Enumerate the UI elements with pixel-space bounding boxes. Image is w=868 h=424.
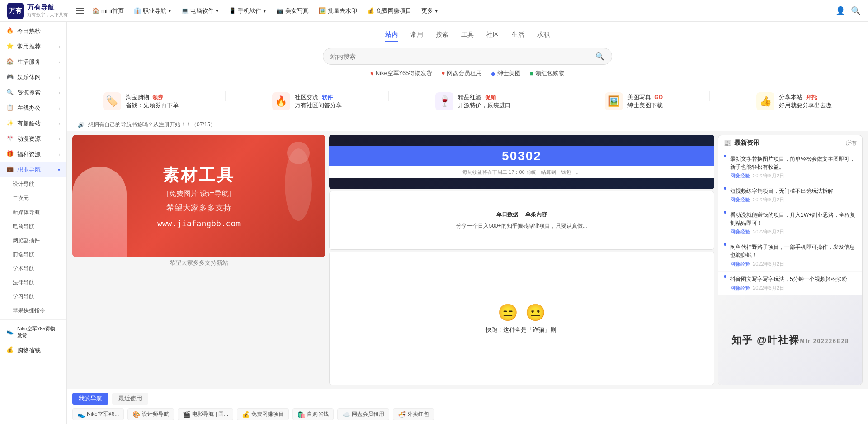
hamburger-menu[interactable] [76,8,84,14]
chevron-right-icon: › [59,44,60,49]
banner-card-community[interactable]: 🔥 社区交流 软件 万有社区问答分享 [267,91,347,112]
sidebar-sub-new-media[interactable]: 新媒体导航 [0,205,66,219]
stat-daily: 单日数据 [496,211,518,219]
sidebar-sub-secondary[interactable]: 二次元 [0,191,66,205]
tab-common[interactable]: 常用 [410,31,423,42]
quick-link-nike[interactable]: ♥ Nike空军¥65得物发货 [370,69,432,77]
wine-title: 精品红酒 促销 [458,93,511,101]
quick-link-coupon[interactable]: ■ 领红包购物 [530,69,565,77]
sidebar-item-life[interactable]: 🏠 生活服务 › [0,54,66,70]
tab-search[interactable]: 搜索 [436,31,448,42]
quick-link-coupon-label: 领红包购物 [535,69,565,77]
nav-beauty[interactable]: 📷 美女写真 [272,4,313,18]
news-item-1-meta: 网赚经验 2022年6月2日 [730,172,857,179]
my-nav-link-nike[interactable]: 👟 Nike空军¥6... [72,408,124,420]
news-item-4[interactable]: 闲鱼代挂野路子项目，一部手机即可操作，发发信息也能赚钱！ 网赚经验 2022年6… [718,239,862,272]
chevron-down-icon-2: ▾ [216,7,219,14]
nav-pc-software[interactable]: 💻 电脑软件 ▾ [177,4,223,18]
banner-card-photo[interactable]: 🖼️ 美图写真 GO 绅士美图下载 [599,91,668,112]
sidebar-item-office[interactable]: 📋 在线办公 › [0,100,66,116]
sidebar-sub-browser[interactable]: 浏览器插件 [0,233,66,248]
banner-caption: 希望大家多多支持新站 [72,257,326,269]
my-nav-link-free-earn[interactable]: 💰 免费网赚项目 [237,408,289,420]
nav-free-project[interactable]: 💰 免费网赚项目 [363,4,416,18]
my-nav-link-takeout[interactable]: 🍜 外卖红包 [393,408,434,420]
user-icon[interactable]: 👤 [835,6,845,16]
mid-content: 50302 每周收益将在下周二 17：00 前统一结算到「钱包」。 单日数据 单… [329,135,714,385]
sidebar-item-welfare[interactable]: 🎁 福利资源 › [0,147,66,162]
quick-link-photo[interactable]: ◆ 绅士美图 [491,69,521,77]
nav-career[interactable]: 👔 职业导航 ▾ [129,4,176,18]
sidebar-item-entertainment[interactable]: 🎮 娱乐休闲 › [0,70,66,85]
my-nav-link-movie[interactable]: 🎬 电影导航 | 国... [178,408,233,420]
photo-badge: GO [654,94,663,100]
chevron-right-icon-5: › [59,106,60,111]
tab-life[interactable]: 生活 [512,31,524,42]
divider-3 [558,91,558,101]
my-nav-link-disk[interactable]: ☁️ 网盘会员租用 [337,408,389,420]
nav-mini-home[interactable]: 🏠 mini首页 [88,4,128,18]
banner-card-share[interactable]: 👍 分享本站 拜托 好用就要分享出去嗷 [751,91,837,112]
sidebar-sub-apple[interactable]: 苹果快捷指令 [0,304,66,318]
earn-inner: 50302 每周收益将在下周二 17：00 前统一结算到「钱包」。 [329,135,714,189]
share-text: 分享本站 拜托 好用就要分享出去嗷 [779,93,832,110]
banner-figure [72,167,127,257]
my-nav-links: 👟 Nike空军¥6... 🎨 设计师导航 🎬 电影导航 | 国... 💰 免费… [72,408,863,420]
news-item-4-cat: 网赚经验 [730,261,750,267]
share-badge: 拜托 [806,94,817,100]
search-icon[interactable]: 🔍 [851,6,861,16]
chevron-right-icon-7: › [59,137,60,142]
stat-single-label: 单条内容 [525,211,547,219]
nav-watermark[interactable]: 🖼️ 批量去水印 [314,4,362,18]
search-section: 站内 常用 搜索 工具 社区 生活 求职 🔍 ♥ Nike空军¥65得物发货 ♥ [67,22,868,85]
sidebar-sub-frontend[interactable]: 前端导航 [0,248,66,262]
news-item-1[interactable]: 最新文字替换图片项目，简单轻松会做文字图即可，新手也能轻松有收益。 网赚经验 2… [718,151,862,183]
sidebar-item-shopping[interactable]: 💰 购物省钱 [0,343,66,358]
news-item-1-text: 最新文字替换图片项目，简单轻松会做文字图即可，新手也能轻松有收益。 网赚经验 2… [730,155,857,179]
main-banner[interactable]: 素材工具 [免费图片 设计导航] 希望大家多多支持 www.jiafangbb.… [72,135,326,257]
sidebar-sub-design[interactable]: 设计导航 [0,177,66,191]
sidebar-item-anime[interactable]: 🎌 动漫资源 › [0,131,66,147]
sidebar-label-shopping: 购物省钱 [17,346,41,354]
sidebar-item-resource[interactable]: 🔍 资源搜索 › [0,85,66,100]
quick-link-disk[interactable]: ♥ 网盘会员租用 [441,69,482,77]
my-nav-link-design[interactable]: 🎨 设计师导航 [127,408,174,420]
sidebar-sub-academic[interactable]: 学术导航 [0,262,66,276]
sidebar-sub-study[interactable]: 学习导航 [0,290,66,304]
sidebar-sub-legal[interactable]: 法律导航 [0,276,66,290]
banner-card-taobao[interactable]: 🏷️ 淘宝购物 领券 省钱：先领券再下单 [98,91,184,112]
tab-community[interactable]: 社区 [486,31,499,42]
banner-card-wine[interactable]: 🍷 精品红酒 促销 开源特价，原装进口 [430,91,516,112]
news-item-5[interactable]: 抖音图文写字写字玩法，5分钟一个视频轻松涨粉 网赚经验 2022年6月2日 [718,272,862,295]
news-item-3[interactable]: 看动漫就能赚钱的项目，月入1W+副业思路，全程复制粘贴即可！ 网赚经验 2022… [718,207,862,239]
taobao-icon: 🏷️ [103,92,121,110]
sidebar-label-resource: 资源搜索 [17,89,41,97]
sidebar-item-common[interactable]: ⭐ 常用推荐 › [0,39,66,54]
sidebar-item-nike[interactable]: 👟 Nike空军¥65得物发货 [0,322,66,343]
my-nav-tab-recent[interactable]: 最近使用 [112,393,148,405]
tab-jobs[interactable]: 求职 [537,31,550,42]
notice-bar: 🔊 想拥有自己的导航书签吗？从注册开始！！（07/15） [67,118,868,131]
my-nav-link-self-purchase[interactable]: 🛍️ 自购省钱 [292,408,334,420]
nav-mobile-software[interactable]: 📱 手机软件 ▾ [224,4,271,18]
nav-right-actions: 👤 🔍 [835,6,861,16]
search-input[interactable] [330,53,592,60]
sidebar-item-today-hot[interactable]: 🔥 今日热榜 [0,24,66,39]
sidebar-item-career-nav[interactable]: 💼 职业导航 ▾ [0,162,66,177]
svg-point-1 [287,142,310,164]
tab-station[interactable]: 站内 [385,31,398,42]
search-button[interactable]: 🔍 [595,52,604,61]
sidebar-sub-ecommerce[interactable]: 电商导航 [0,219,66,233]
sidebar-label-life: 生活服务 [17,58,41,66]
banner-subtitle: [免费图片 设计导航] [157,189,241,199]
news-more-btn[interactable]: 所有 [846,139,857,147]
sidebar-item-fun[interactable]: ✨ 有趣酷站 › [0,116,66,131]
tab-tools[interactable]: 工具 [461,31,474,42]
main-content: 站内 常用 搜索 工具 社区 生活 求职 🔍 ♥ Nike空军¥65得物发货 ♥ [67,22,868,424]
news-item-2[interactable]: 短视频练字销项目，无门槛不出镜玩法拆解 网赚经验 2022年6月2日 [718,183,862,207]
search-sidebar-icon: 🔍 [6,89,14,97]
my-nav-tab-mine[interactable]: 我的导航 [72,393,108,405]
share-sub: 好用就要分享出去嗷 [779,101,832,110]
taobao-title: 淘宝购物 领券 [126,93,179,101]
nav-more[interactable]: 更多 ▾ [417,4,443,18]
